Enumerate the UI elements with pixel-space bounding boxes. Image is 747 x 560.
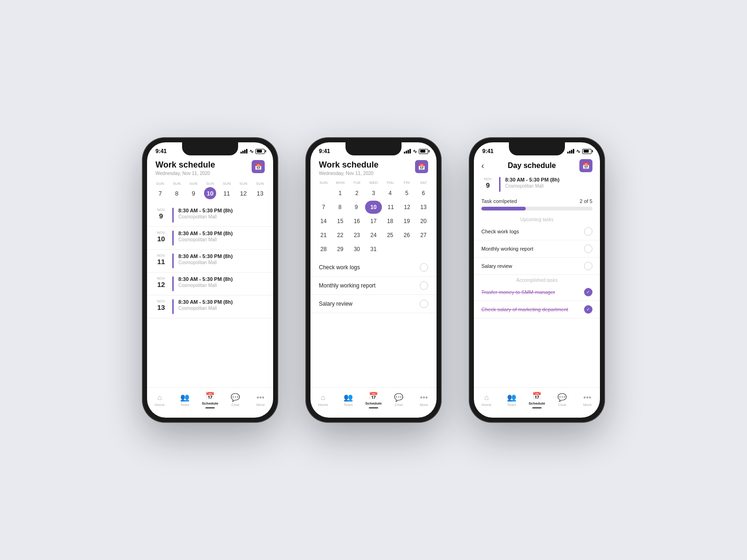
cal-cell-4[interactable]: 4 [383,187,398,200]
calendar-icon-btn-1[interactable]: 📅 [252,160,265,173]
cal-cell-7[interactable]: 7 [316,201,331,214]
cal-cell-24[interactable]: 24 [366,229,381,242]
cal-header-wed: WED [366,181,381,185]
nav-more-1[interactable]: ••• More [248,393,273,407]
calendar-icon-btn-2[interactable]: 📅 [415,160,428,173]
cal-cell-1[interactable]: 1 [333,187,348,200]
nav-label-more-3: More [583,403,592,407]
cal-cell-14[interactable]: 14 [316,215,331,228]
cal-cell-21[interactable]: 21 [316,229,331,242]
schedule-item-nov9[interactable]: NOV9 8:30 AM - 5:30 PM (8h) Cosmopolitan… [147,204,273,227]
week-day-10[interactable]: SUN 10 [203,182,218,199]
nav-schedule-1[interactable]: 📅 Schedule [197,392,223,408]
nav-chat-2[interactable]: 💬 Chat [386,393,411,407]
progress-bar-fill-3 [481,207,526,210]
cal-cell-25[interactable]: 25 [383,229,398,242]
cal-cell-29[interactable]: 29 [333,243,348,256]
cal-header-tue: TUE [349,181,364,185]
cal-cell-15[interactable]: 15 [333,215,348,228]
cal-cell-3[interactable]: 3 [366,187,381,200]
nav-schedule-3[interactable]: 📅 Schedule [524,392,550,408]
cal-cell-22[interactable]: 22 [333,229,348,242]
week-day-8[interactable]: SUN 8 [169,182,184,199]
task-label-monthly-report-2: Monthly working report [319,282,375,289]
cal-header-row-2: SUN MON TUE WED THU FRI SAT [316,181,431,185]
accomplished-label-check-salary: Check salary of marketing department [481,307,568,312]
nav-home-1[interactable]: ⌂ Home [147,393,172,407]
calendar-grid-2: SUN MON TUE WED THU FRI SAT 1 2 3 4 5 6 … [310,179,437,259]
week-day-9[interactable]: SUN 9 [186,182,201,199]
nav-team-3[interactable]: 👥 Team [499,393,524,407]
cal-cell-31[interactable]: 31 [366,243,381,256]
cal-cell-11[interactable]: 11 [383,201,398,214]
task-label-salary-review-2: Salary review [319,301,352,307]
schedule-icon-3: 📅 [532,392,542,400]
week-num-12: 12 [237,187,249,199]
nav-team-1[interactable]: 👥 Team [172,393,197,407]
week-day-7[interactable]: SUN 7 [153,182,168,199]
cal-cell-18[interactable]: 18 [383,215,398,228]
week-label-8: SUN [173,182,181,186]
sched-loc-nov10: Cosmopolitan Mall [178,237,266,242]
nav-label-schedule-2: Schedule [365,401,382,406]
back-button-3[interactable]: ‹ [481,161,484,171]
upcoming-label-salary-review: Salary review [481,263,512,269]
cal-cell-30[interactable]: 30 [349,243,364,256]
cal-cell-27[interactable]: 27 [416,229,431,242]
cal-cell-19[interactable]: 19 [399,215,414,228]
cal-cell-2[interactable]: 2 [349,187,364,200]
cal-cell-26[interactable]: 26 [399,229,414,242]
schedule-item-nov12[interactable]: NOV12 8:30 AM - 5:30 PM (8h) Cosmopolita… [147,273,273,295]
week-num-13: 13 [254,187,266,199]
nav-more-3[interactable]: ••• More [575,393,600,407]
cal-cell-10-today[interactable]: 10 [365,201,382,214]
app-title-2: Work schedule [319,160,379,170]
week-num-9: 9 [187,187,199,199]
cal-cell-13[interactable]: 13 [416,201,431,214]
day-event-3[interactable]: NOV 9 8:30 AM - 5:30 PM (8h) Cosmopolita… [474,174,600,195]
nav-team-2[interactable]: 👥 Team [336,393,361,407]
week-day-12[interactable]: SUN 12 [236,182,251,199]
sched-time-nov12: 8:30 AM - 5:30 PM (8h) [178,276,266,282]
cal-cell-9[interactable]: 9 [349,201,364,214]
nav-more-2[interactable]: ••• More [411,393,437,407]
schedule-item-nov11[interactable]: NOV11 8:30 AM - 5:30 PM (8h) Cosmopolita… [147,250,273,273]
schedule-item-nov13[interactable]: NOV13 8:30 AM - 5:30 PM (8h) Cosmopolita… [147,295,273,318]
nav-chat-3[interactable]: 💬 Chat [550,393,575,407]
week-day-13[interactable]: SUN 13 [253,182,268,199]
cal-week-5: 28 29 30 31 [316,243,431,256]
nav-label-home-2: Home [318,403,328,407]
cal-cell-16[interactable]: 16 [349,215,364,228]
nav-schedule-2[interactable]: 📅 Schedule [361,392,386,408]
upcoming-task-monthly-report[interactable]: Monthly working report [474,240,600,258]
notch-3 [509,142,565,155]
cal-cell-23[interactable]: 23 [349,229,364,242]
accomplished-task-check-salary[interactable]: Check salary of marketing department ✓ [474,301,600,318]
upcoming-task-salary-review[interactable]: Salary review [474,258,600,275]
cal-cell-5[interactable]: 5 [399,187,414,200]
nav-chat-1[interactable]: 💬 Chat [223,393,248,407]
cal-cell-12[interactable]: 12 [400,201,415,214]
upcoming-task-check-work-logs[interactable]: Check work logs [474,223,600,240]
task-check-work-logs-2[interactable]: Check work logs [310,259,437,277]
cal-cell-17[interactable]: 17 [366,215,381,228]
nav-home-2[interactable]: ⌂ Home [310,393,336,407]
task-progress-header-3: Task comlpeted 2 of 5 [481,198,592,204]
accomplished-task-transfer[interactable]: Trasfer money to SMM manager ✓ [474,284,600,301]
cal-cell-8[interactable]: 8 [332,201,347,214]
task-salary-review-2[interactable]: Salary review [310,295,437,313]
nav-home-3[interactable]: ⌂ Home [474,393,499,407]
cal-cell-6[interactable]: 6 [416,187,431,200]
upcoming-label-check-work-logs: Check work logs [481,229,519,234]
week-day-11[interactable]: SUN 11 [219,182,234,199]
status-time-1: 9:41 [155,148,167,154]
calendar-icon-btn-3[interactable]: 📅 [579,159,592,172]
task-monthly-report-2[interactable]: Monthly working report [310,277,437,295]
schedule-item-nov10[interactable]: NOV10 8:30 AM - 5:30 PM (8h) Cosmopolita… [147,227,273,250]
status-time-3: 9:41 [482,148,493,154]
week-label-7: SUN [156,182,164,186]
cal-cell-20[interactable]: 20 [416,215,431,228]
cal-cell-28[interactable]: 28 [316,243,331,256]
bottom-nav-2: ⌂ Home 👥 Team 📅 Schedule 💬 Chat ••• More [310,387,437,418]
status-icons-3: ∿ [567,148,592,154]
